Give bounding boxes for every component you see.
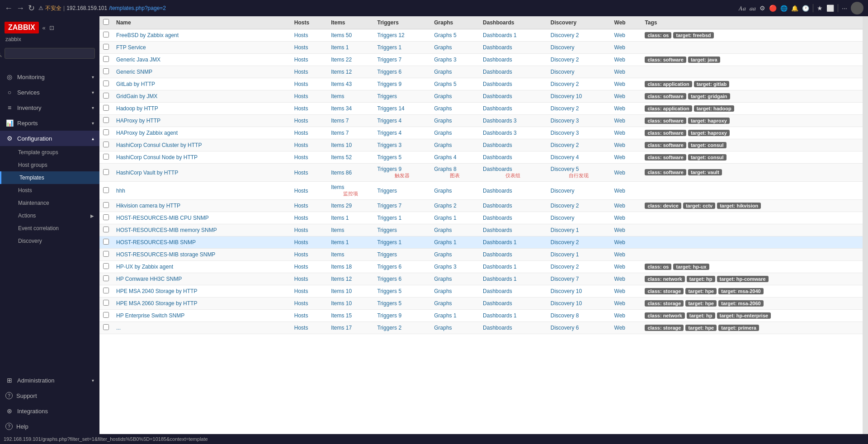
back-button[interactable]: ← — [5, 4, 13, 12]
sidebar-item-configuration[interactable]: ⚙ Configuration ▴ — [0, 131, 99, 146]
items-link[interactable]: Items 34 — [331, 105, 352, 112]
template-name-link[interactable]: HashiCorp Vault by HTTP — [116, 170, 178, 176]
template-name-link[interactable]: GitLab by HTTP — [116, 81, 155, 87]
triggers-link[interactable]: Triggers 4 — [377, 130, 401, 136]
row-checkbox[interactable] — [103, 44, 109, 50]
hosts-link[interactable]: Hosts — [294, 118, 308, 124]
template-name-link[interactable]: Generic Java JMX — [116, 57, 160, 63]
row-checkbox[interactable] — [103, 251, 109, 257]
hosts-link[interactable]: Hosts — [294, 300, 308, 307]
discovery-link[interactable]: Discovery 10 — [551, 300, 582, 307]
web-link[interactable]: Web — [614, 325, 625, 331]
triggers-link[interactable]: Triggers 9 — [377, 312, 401, 319]
graphs-link[interactable]: Graphs — [434, 325, 452, 331]
sidebar-item-integrations[interactable]: ⊛ Integrations — [0, 403, 99, 419]
template-name-link[interactable]: FreeBSD by Zabbix agent — [116, 32, 179, 38]
forward-button[interactable]: → — [16, 4, 24, 12]
row-checkbox[interactable] — [103, 288, 109, 293]
dashboards-link[interactable]: Dashboards — [483, 44, 512, 51]
row-checkbox[interactable] — [103, 68, 109, 74]
items-link[interactable]: Items 7 — [331, 118, 349, 124]
hosts-link[interactable]: Hosts — [294, 264, 308, 270]
discovery-link[interactable]: Discovery 2 — [551, 81, 579, 87]
items-link[interactable]: Items — [331, 184, 344, 190]
hosts-link[interactable]: Hosts — [294, 44, 308, 51]
items-link[interactable]: Items 86 — [331, 170, 352, 176]
dashboards-link[interactable]: Dashboards — [483, 188, 512, 194]
items-link[interactable]: Items 18 — [331, 264, 352, 270]
graphs-link[interactable]: Graphs — [434, 93, 452, 99]
hosts-link[interactable]: Hosts — [294, 32, 308, 38]
discovery-link[interactable]: Discovery 8 — [551, 312, 579, 319]
template-name-link[interactable]: Hikvision camera by HTTP — [116, 203, 180, 209]
triggers-link[interactable]: Triggers 7 — [377, 57, 401, 63]
template-name-link[interactable]: HOST-RESOURCES-MIB memory SNMP — [116, 227, 217, 233]
template-name-link[interactable]: GridGain by JMX — [116, 93, 157, 99]
discovery-link[interactable]: Discovery — [551, 215, 575, 221]
refresh-button[interactable]: ↻ — [28, 4, 35, 12]
web-link[interactable]: Web — [614, 276, 625, 282]
dashboards-link[interactable]: Dashboards — [483, 203, 512, 209]
graphs-link[interactable]: Graphs — [434, 288, 452, 294]
discovery-link[interactable]: Discovery 1 — [551, 227, 579, 233]
sidebar-collapse-btn[interactable]: « — [42, 24, 46, 31]
row-checkbox[interactable] — [103, 32, 109, 38]
discovery-link[interactable]: Discovery 7 — [551, 276, 579, 282]
dashboards-link[interactable]: Dashboards — [483, 105, 512, 112]
triggers-link[interactable]: Triggers 9 — [377, 81, 401, 87]
cast-btn[interactable]: ⬜ — [826, 5, 834, 12]
triggers-link[interactable]: Triggers 3 — [377, 142, 401, 148]
triggers-link[interactable]: Triggers 1 — [377, 44, 401, 51]
sidebar-sub-templates[interactable]: Templates — [0, 171, 99, 184]
template-name-link[interactable]: HAProxy by HTTP — [116, 118, 160, 124]
dashboards-link[interactable]: Dashboards 1 — [483, 32, 517, 38]
row-checkbox[interactable] — [103, 312, 109, 318]
template-name-link[interactable]: HPE MSA 2060 Storage by HTTP — [116, 300, 197, 307]
discovery-link[interactable]: Discovery 2 — [551, 203, 579, 209]
web-link[interactable]: Web — [614, 188, 625, 194]
items-link[interactable]: Items — [331, 227, 344, 233]
triggers-link[interactable]: Triggers 4 — [377, 118, 401, 124]
items-link[interactable]: Items 52 — [331, 154, 352, 161]
items-link[interactable]: Items — [331, 251, 344, 258]
items-link[interactable]: Items 43 — [331, 81, 352, 87]
triggers-link[interactable]: Triggers 1 — [377, 215, 401, 221]
hosts-link[interactable]: Hosts — [294, 215, 308, 221]
dashboards-link[interactable]: Dashboards — [483, 215, 512, 221]
discovery-link[interactable]: Discovery 2 — [551, 239, 579, 246]
triggers-link[interactable]: Triggers — [377, 227, 397, 233]
row-checkbox[interactable] — [103, 214, 109, 220]
items-link[interactable]: Items 22 — [331, 57, 352, 63]
dashboards-link[interactable]: Dashboards 1 — [483, 264, 517, 270]
dashboards-link[interactable]: Dashboards — [483, 154, 512, 161]
graphs-link[interactable]: Graphs 1 — [434, 215, 456, 221]
graphs-link[interactable]: Graphs — [434, 276, 452, 282]
discovery-link[interactable]: Discovery — [551, 188, 575, 194]
graphs-link[interactable]: Graphs 1 — [434, 239, 456, 246]
items-link[interactable]: Items 1 — [331, 239, 349, 246]
discovery-link[interactable]: Discovery 10 — [551, 93, 582, 99]
avatar[interactable] — [851, 2, 863, 14]
template-name-link[interactable]: ... — [116, 325, 121, 331]
hosts-link[interactable]: Hosts — [294, 69, 308, 75]
web-link[interactable]: Web — [614, 69, 625, 75]
graphs-link[interactable]: Graphs 5 — [434, 81, 456, 87]
settings-btn[interactable]: ⚙ — [760, 5, 765, 12]
dashboards-link[interactable]: Dashboards 3 — [483, 118, 517, 124]
triggers-link[interactable]: Triggers 6 — [377, 276, 401, 282]
dashboards-link[interactable]: Dashboards — [483, 300, 512, 307]
sidebar-item-services[interactable]: ○ Services ▾ — [0, 85, 99, 100]
web-link[interactable]: Web — [614, 81, 625, 87]
discovery-link[interactable]: Discovery 2 — [551, 57, 579, 63]
graphs-link[interactable]: Graphs — [434, 130, 452, 136]
row-checkbox[interactable] — [103, 187, 109, 193]
web-link[interactable]: Web — [614, 105, 625, 112]
web-link[interactable]: Web — [614, 32, 625, 38]
web-link[interactable]: Web — [614, 203, 625, 209]
dashboards-link[interactable]: Dashboards 1 — [483, 276, 517, 282]
discovery-link[interactable]: Discovery — [551, 44, 575, 51]
dashboards-link[interactable]: Dashboards — [483, 69, 512, 75]
graphs-link[interactable]: Graphs 4 — [434, 154, 456, 161]
web-link[interactable]: Web — [614, 93, 625, 99]
hosts-link[interactable]: Hosts — [294, 276, 308, 282]
